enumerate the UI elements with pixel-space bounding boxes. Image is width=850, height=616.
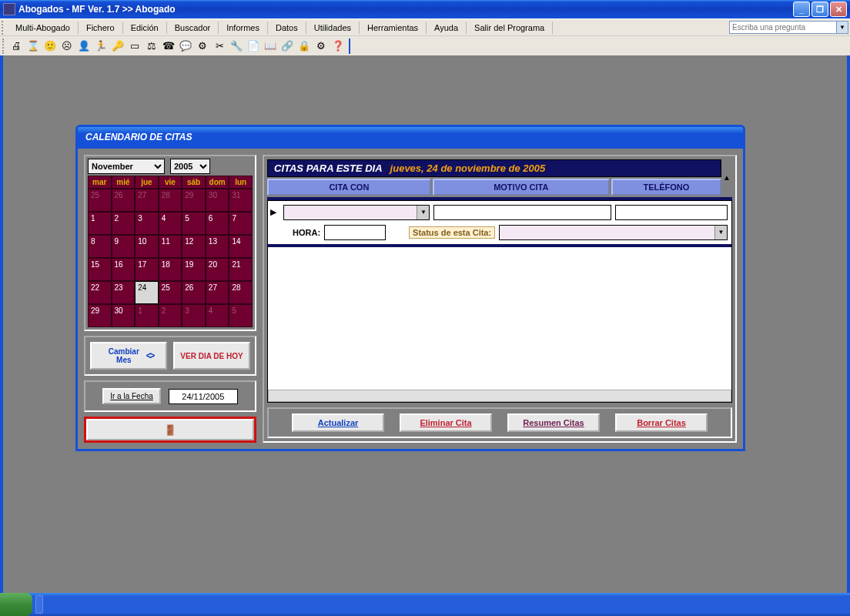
toolbar-icon-19[interactable]: ❓ xyxy=(330,38,346,54)
cal-day-28[interactable]: 28 xyxy=(159,189,182,212)
cita-con-combo[interactable]: ▼ xyxy=(283,205,430,220)
chevron-down-icon[interactable]: ▼ xyxy=(417,206,429,219)
toolbar-icon-12[interactable]: ✂ xyxy=(212,38,227,54)
goto-date-button[interactable]: Ir a la Fecha xyxy=(102,388,161,404)
cal-day-13[interactable]: 13 xyxy=(206,235,229,258)
cal-day-22[interactable]: 22 xyxy=(88,281,112,304)
toolbar-icon-4[interactable]: 👤 xyxy=(76,38,92,54)
cal-day-10[interactable]: 10 xyxy=(135,235,159,258)
cal-day-23[interactable]: 23 xyxy=(112,281,136,304)
motivo-input[interactable] xyxy=(433,205,611,220)
cal-day-24[interactable]: 24 xyxy=(135,281,159,304)
cal-day-8[interactable]: 8 xyxy=(88,235,112,258)
close-button[interactable]: ✕ xyxy=(830,2,847,17)
help-search-dropdown[interactable]: ▼ xyxy=(837,21,848,34)
cal-day-20[interactable]: 20 xyxy=(206,258,229,281)
today-button[interactable]: VER DIA DE HOY xyxy=(173,342,250,370)
toolbar-icon-16[interactable]: 🔗 xyxy=(279,38,295,54)
cal-day-16[interactable]: 16 xyxy=(112,258,136,281)
month-select[interactable]: November xyxy=(88,159,165,174)
cal-day-15[interactable]: 15 xyxy=(88,258,112,281)
record-selector-icon[interactable]: ▶ xyxy=(270,207,276,217)
prev-next-arrows[interactable]: < > xyxy=(146,350,152,361)
cal-day-18[interactable]: 18 xyxy=(159,258,182,281)
horizontal-scrollbar[interactable] xyxy=(268,390,731,402)
menu-multi-abogado[interactable]: Multi-Abogado xyxy=(8,22,79,34)
menu-salir-del-programa[interactable]: Salir del Programa xyxy=(467,22,553,34)
exit-button[interactable]: 🚪 xyxy=(86,419,254,440)
cal-day-27[interactable]: 27 xyxy=(135,189,159,212)
menu-buscador[interactable]: Buscador xyxy=(167,22,219,34)
col-motivo[interactable]: MOTIVO CITA xyxy=(433,179,610,196)
menu-herramientas[interactable]: Herramientas xyxy=(360,22,427,34)
cal-day-4[interactable]: 4 xyxy=(206,304,229,327)
start-button[interactable] xyxy=(0,593,32,616)
delete-appointment-button[interactable]: Eliminar Cita xyxy=(400,413,492,432)
menu-ayuda[interactable]: Ayuda xyxy=(427,22,467,34)
toolbar-icon-10[interactable]: 💬 xyxy=(178,38,193,54)
cal-day-3[interactable]: 3 xyxy=(182,304,206,327)
toolbar-icon-17[interactable]: 🔒 xyxy=(296,38,312,54)
toolbar-icon-8[interactable]: ⚖ xyxy=(144,38,159,54)
cal-day-27[interactable]: 27 xyxy=(206,281,229,304)
minimize-button[interactable]: _ xyxy=(793,2,810,17)
maximize-button[interactable]: ❐ xyxy=(812,2,828,17)
cal-day-9[interactable]: 9 xyxy=(112,235,136,258)
clear-appointments-button[interactable]: Borrar Citas xyxy=(615,413,708,432)
cal-day-6[interactable]: 6 xyxy=(206,212,229,235)
menu-fichero[interactable]: Fichero xyxy=(79,22,123,34)
cal-day-25[interactable]: 25 xyxy=(88,189,112,212)
year-select[interactable]: 2005 xyxy=(170,159,210,174)
refresh-button[interactable]: Actualizar xyxy=(292,413,384,432)
menu-edici-n[interactable]: Edición xyxy=(123,22,167,34)
toolbar-icon-3[interactable]: ☹ xyxy=(59,38,75,54)
toolbar-icon-5[interactable]: 🏃 xyxy=(93,38,109,54)
cal-day-17[interactable]: 17 xyxy=(135,258,159,281)
cal-day-5[interactable]: 5 xyxy=(182,212,206,235)
cal-day-31[interactable]: 31 xyxy=(229,189,253,212)
cal-day-29[interactable]: 29 xyxy=(88,304,112,327)
taskbar-item[interactable] xyxy=(35,595,43,614)
toolbar-icon-1[interactable]: ⌛ xyxy=(25,38,41,54)
cal-day-2[interactable]: 2 xyxy=(112,212,136,235)
record-nav-up[interactable]: ▲ xyxy=(721,159,732,196)
cal-day-19[interactable]: 19 xyxy=(182,258,206,281)
status-combo[interactable]: ▼ xyxy=(499,225,728,240)
summary-button[interactable]: Resumen Citas xyxy=(507,413,600,432)
toolbar-icon-11[interactable]: ⚙ xyxy=(195,38,210,54)
cal-day-1[interactable]: 1 xyxy=(88,212,112,235)
hora-input[interactable] xyxy=(324,225,386,240)
menu-datos[interactable]: Datos xyxy=(268,22,306,34)
toolbar-icon-9[interactable]: ☎ xyxy=(161,38,176,54)
cal-day-30[interactable]: 30 xyxy=(112,304,136,327)
cal-day-2[interactable]: 2 xyxy=(159,304,182,327)
toolbar-icon-6[interactable]: 🔑 xyxy=(110,38,125,54)
cal-day-21[interactable]: 21 xyxy=(229,258,253,281)
chevron-down-icon[interactable]: ▼ xyxy=(714,226,727,239)
cal-day-29[interactable]: 29 xyxy=(182,189,206,212)
cal-day-28[interactable]: 28 xyxy=(229,281,253,304)
cal-day-4[interactable]: 4 xyxy=(159,212,182,235)
taskbar[interactable] xyxy=(0,593,850,616)
help-search[interactable]: ▼ xyxy=(729,21,848,34)
cal-day-1[interactable]: 1 xyxy=(135,304,159,327)
cal-day-11[interactable]: 11 xyxy=(159,235,182,258)
cal-day-12[interactable]: 12 xyxy=(182,235,206,258)
cal-day-26[interactable]: 26 xyxy=(112,189,136,212)
toolbar-icon-18[interactable]: ⚙ xyxy=(313,38,329,54)
change-month-button[interactable]: Cambiar Mes< > xyxy=(90,342,167,370)
cal-day-7[interactable]: 7 xyxy=(229,212,253,235)
toolbar-icon-15[interactable]: 📖 xyxy=(263,38,278,54)
help-search-input[interactable] xyxy=(729,21,837,34)
cal-day-30[interactable]: 30 xyxy=(206,189,229,212)
cal-day-5[interactable]: 5 xyxy=(229,304,253,327)
col-telefono[interactable]: TELÉFONO xyxy=(611,179,721,196)
cal-day-3[interactable]: 3 xyxy=(135,212,159,235)
toolbar-icon-13[interactable]: 🔧 xyxy=(229,38,244,54)
status-input[interactable] xyxy=(500,226,714,239)
menu-informes[interactable]: Informes xyxy=(219,22,268,34)
cal-day-26[interactable]: 26 xyxy=(182,281,206,304)
toolbar-icon-0[interactable]: 🖨 xyxy=(8,38,24,54)
toolbar-icon-14[interactable]: 📄 xyxy=(246,38,261,54)
toolbar-icon-2[interactable]: 🙂 xyxy=(42,38,58,54)
